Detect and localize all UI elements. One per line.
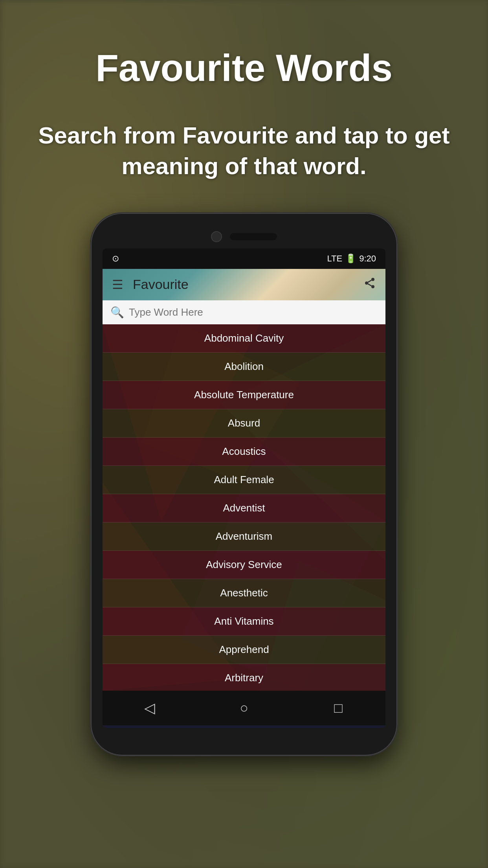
svg-point-2 bbox=[371, 285, 374, 288]
list-item[interactable]: Acoustics bbox=[103, 438, 385, 466]
word-list: Abdominal CavityAbolitionAbsolute Temper… bbox=[103, 324, 385, 691]
phone-frame: ⊙ LTE 🔋 9:20 ☰ Favourite bbox=[91, 213, 397, 756]
list-item[interactable]: Arbitrary bbox=[103, 664, 385, 691]
list-item[interactable]: Anti Vitamins bbox=[103, 607, 385, 636]
page-subtitle: Search from Favourite and tap to get mea… bbox=[0, 120, 488, 182]
word-label: Anti Vitamins bbox=[214, 615, 273, 627]
word-label: Abdominal Cavity bbox=[204, 332, 284, 344]
word-label: Acoustics bbox=[222, 445, 266, 458]
speaker-grille bbox=[230, 233, 277, 240]
svg-line-4 bbox=[368, 280, 371, 282]
list-item[interactable]: Adventist bbox=[103, 494, 385, 522]
word-label: Adventist bbox=[223, 502, 265, 514]
page-content: Favourite Words Search from Favourite an… bbox=[0, 0, 488, 868]
status-bar: ⊙ LTE 🔋 9:20 bbox=[103, 248, 385, 269]
list-item[interactable]: Apprehend bbox=[103, 636, 385, 664]
word-label: Advisory Service bbox=[206, 559, 282, 571]
hamburger-menu-icon[interactable]: ☰ bbox=[112, 277, 123, 292]
recent-icon: □ bbox=[334, 700, 343, 716]
phone-mockup: ⊙ LTE 🔋 9:20 ☰ Favourite bbox=[91, 213, 397, 756]
back-button[interactable]: ◁ bbox=[134, 692, 165, 724]
toolbar-title: Favourite bbox=[133, 277, 363, 292]
word-label: Anesthetic bbox=[220, 587, 268, 599]
list-item[interactable]: Abdominal Cavity bbox=[103, 324, 385, 353]
app-toolbar: ☰ Favourite bbox=[103, 269, 385, 300]
back-icon: ◁ bbox=[144, 700, 155, 716]
word-label: Adventurism bbox=[216, 530, 273, 542]
phone-nav-bar: ◁ ○ □ bbox=[103, 691, 385, 725]
list-item[interactable]: Anesthetic bbox=[103, 579, 385, 607]
recent-apps-button[interactable]: □ bbox=[323, 692, 354, 724]
list-item[interactable]: Absurd bbox=[103, 409, 385, 438]
word-label: Abolition bbox=[224, 360, 264, 373]
status-left: ⊙ bbox=[112, 254, 119, 264]
svg-point-0 bbox=[371, 278, 374, 281]
share-icon[interactable] bbox=[363, 277, 376, 292]
status-right: LTE 🔋 9:20 bbox=[327, 254, 376, 264]
phone-top-bar bbox=[103, 225, 385, 248]
page-title: Favourite Words bbox=[95, 47, 393, 89]
status-icon: ⊙ bbox=[112, 254, 119, 264]
camera-dot bbox=[211, 231, 222, 242]
phone-bottom-bar bbox=[103, 728, 385, 752]
clock: 9:20 bbox=[359, 254, 376, 264]
search-bar: 🔍 bbox=[103, 300, 385, 324]
home-button[interactable]: ○ bbox=[228, 692, 260, 724]
home-icon: ○ bbox=[240, 700, 248, 716]
word-label: Apprehend bbox=[219, 644, 269, 656]
word-label: Arbitrary bbox=[225, 672, 263, 684]
word-label: Absurd bbox=[228, 417, 260, 429]
list-item[interactable]: Adult Female bbox=[103, 466, 385, 494]
word-label: Adult Female bbox=[214, 474, 274, 486]
word-label: Absolute Temperature bbox=[194, 389, 294, 401]
svg-point-1 bbox=[365, 281, 368, 285]
svg-line-3 bbox=[368, 284, 371, 286]
search-icon: 🔍 bbox=[110, 306, 124, 319]
phone-screen: ⊙ LTE 🔋 9:20 ☰ Favourite bbox=[103, 248, 385, 728]
list-item[interactable]: Abolition bbox=[103, 353, 385, 381]
battery-icon: 🔋 bbox=[345, 254, 356, 264]
search-input[interactable] bbox=[129, 306, 378, 318]
list-item[interactable]: Advisory Service bbox=[103, 551, 385, 579]
list-item[interactable]: Absolute Temperature bbox=[103, 381, 385, 409]
signal-indicator: LTE bbox=[327, 254, 342, 264]
list-item[interactable]: Adventurism bbox=[103, 522, 385, 551]
